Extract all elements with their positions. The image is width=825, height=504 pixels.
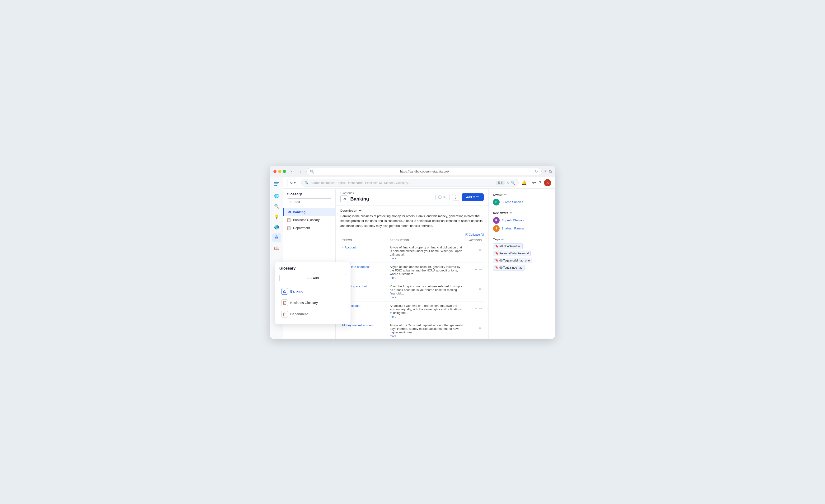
reviewer-name-rupesh[interactable]: Rupesh Chavan xyxy=(502,219,524,222)
reviewer-name-shailesh[interactable]: Shailesh Parmar xyxy=(502,227,524,230)
owner-name[interactable]: Suresh Srinivas xyxy=(502,200,523,204)
edit-term-icon[interactable]: ✏ xyxy=(479,306,482,311)
glossary-add-button[interactable]: + + Add xyxy=(287,198,332,205)
glossary-tooltip: Glossary + + Add 🗂 Banking 📋 Business Gl… xyxy=(275,262,351,324)
browser-actions: + ⧉ xyxy=(544,169,551,174)
search-submit-icon[interactable]: 🔍 xyxy=(511,181,515,185)
search-shortcuts: ⌘ K xyxy=(496,181,505,185)
description-text: Banking is the business of protecting mo… xyxy=(341,214,484,229)
sidebar-book-icon[interactable]: 📖 xyxy=(272,244,281,253)
global-search-input[interactable]: 🔍 Search for Tables, Topics, Dashboards,… xyxy=(301,179,518,186)
help-icon[interactable]: ? xyxy=(539,180,541,185)
description-label: Description ✏ xyxy=(341,209,484,213)
tag-model-tag-one[interactable]: 🔖 dbtTags.model_tag_one xyxy=(493,258,532,263)
term-actions-cell: + ✏ xyxy=(466,301,484,321)
more-link[interactable]: more xyxy=(390,296,464,299)
edit-term-icon[interactable]: ✏ xyxy=(479,287,482,291)
close-traffic-light[interactable] xyxy=(274,170,277,173)
new-tab-icon[interactable]: + xyxy=(544,169,547,174)
term-actions-cell: + ✏ xyxy=(466,262,484,282)
sidebar-lightbulb-icon[interactable]: 💡 xyxy=(272,213,281,222)
description-section: Description ✏ Banking is the business of… xyxy=(335,205,489,231)
term-link-account[interactable]: ▾ Account xyxy=(342,246,386,249)
term-title: 🗂 Banking xyxy=(341,195,369,203)
more-link[interactable]: more xyxy=(390,315,464,319)
add-child-icon[interactable]: + xyxy=(475,306,477,311)
more-link[interactable]: more xyxy=(390,276,464,279)
shortcut-key: ⌘ xyxy=(498,181,500,184)
tooltip-item-banking[interactable]: 🗂 Banking xyxy=(279,286,346,297)
sidebar-search-icon[interactable]: 🔍 xyxy=(272,202,281,211)
reviewer-avatar-r: R xyxy=(493,217,500,224)
user-avatar[interactable]: A xyxy=(544,179,551,186)
term-desc-cell: An account with two or more owners that … xyxy=(388,301,466,321)
col-description: DESCRIPTION xyxy=(388,237,466,243)
term-actions-cell: + ✏ xyxy=(466,282,484,301)
tooltip-item-business[interactable]: 📋 Business Glossary xyxy=(279,297,346,309)
col-actions: ACTIONS xyxy=(466,237,484,243)
minimize-traffic-light[interactable] xyxy=(278,170,281,173)
search-filter-button[interactable]: All ▾ xyxy=(287,180,298,186)
forward-button[interactable]: › xyxy=(297,168,304,175)
maximize-traffic-light[interactable] xyxy=(283,170,286,173)
address-bar[interactable]: 🔍 https://sandbox.open-metadata.org/ ↻ xyxy=(306,168,542,175)
sidebar-glossary-icon[interactable]: 🏛 xyxy=(272,233,281,242)
tag-pii[interactable]: 🔖 PII.NonSensitive xyxy=(493,243,523,249)
tag-icon: 🔖 xyxy=(495,266,499,269)
search-close-icon[interactable]: ✕ xyxy=(507,181,509,185)
tag-personal[interactable]: 🔖 PersonalData.Personal xyxy=(493,251,531,256)
tooltip-add-button[interactable]: + + Add xyxy=(279,274,346,282)
add-child-icon[interactable]: + xyxy=(475,248,477,252)
term-actions-cell: + ✏ xyxy=(466,321,484,338)
add-child-icon[interactable]: + xyxy=(475,287,477,291)
tags-edit-icon[interactable]: ✏ xyxy=(501,238,504,241)
glossary-item-banking[interactable]: 🗂 Banking xyxy=(283,208,335,216)
term-desc-cell: Your checking account, sometimes referre… xyxy=(388,282,466,301)
more-options-button[interactable]: ⋮ xyxy=(452,194,459,201)
sidebar-explore-icon[interactable]: 🌐 xyxy=(272,191,281,200)
glossary-add-plus-icon: + xyxy=(289,200,291,203)
browser-controls: ‹ › 🔍 https://sandbox.open-metadata.org/… xyxy=(274,168,551,175)
back-button[interactable]: ‹ xyxy=(288,168,295,175)
tooltip-item-department[interactable]: 📋 Department xyxy=(279,309,346,320)
table-row: Certificate of deposit A type of time de… xyxy=(341,262,484,282)
description-edit-icon[interactable]: ✏ xyxy=(359,209,362,213)
reviewer-item-rupesh: R Rupesh Chavan xyxy=(493,217,551,224)
logo-bar-1 xyxy=(274,182,279,183)
tab-icon[interactable]: ⧉ xyxy=(549,169,551,174)
reload-icon[interactable]: ↻ xyxy=(535,169,538,174)
tooltip-department-icon: 📋 xyxy=(281,311,288,318)
tag-list: 🔖 PII.NonSensitive 🔖 PersonalData.Person… xyxy=(493,243,551,270)
tooltip-banking-icon: 🗂 xyxy=(281,288,288,295)
tag-singe-tag[interactable]: 🔖 dbtTags.singe_tag xyxy=(493,265,525,270)
sidebar-globe-icon[interactable]: 🌏 xyxy=(272,223,281,232)
add-child-icon[interactable]: + xyxy=(475,326,477,330)
more-link[interactable]: more xyxy=(390,335,464,338)
add-term-button[interactable]: Add term xyxy=(462,193,484,201)
version-badge: 🕐 0.5 xyxy=(435,194,450,200)
reviewers-edit-icon[interactable]: ✏ xyxy=(510,211,512,215)
edit-term-icon[interactable]: ✏ xyxy=(479,326,482,330)
search-magnifier-icon: 🔍 xyxy=(305,181,309,185)
app-logo xyxy=(273,180,281,188)
term-desc-cell: A type of financial property or financia… xyxy=(388,243,466,262)
more-link[interactable]: more xyxy=(390,257,464,260)
top-bar-right: 🔔 EN ▾ ? A xyxy=(521,179,551,186)
shortcut-k: K xyxy=(501,181,503,184)
term-desc-cell: A type of FDIC-insured deposit account t… xyxy=(388,321,466,338)
table-header-row: TERMS DESCRIPTION ACTIONS xyxy=(341,237,484,243)
edit-term-icon[interactable]: ✏ xyxy=(479,267,482,272)
reviewers-section: Reviewers ✏ R Rupesh Chavan S Shailesh P… xyxy=(493,211,551,232)
language-button[interactable]: EN ▾ xyxy=(529,181,536,185)
collapse-all-button[interactable]: ⇱ Collapse All xyxy=(465,233,484,236)
business-glossary-icon: 📋 xyxy=(287,218,291,222)
filter-label: All xyxy=(290,181,293,185)
owner-avatar: S xyxy=(493,199,500,205)
edit-term-icon[interactable]: ✏ xyxy=(479,248,482,252)
address-search-icon: 🔍 xyxy=(310,170,314,173)
glossary-item-business[interactable]: 📋 Business Glossary xyxy=(283,216,335,224)
owner-edit-icon[interactable]: ✏ xyxy=(504,193,507,196)
glossary-item-department[interactable]: 📋 Department xyxy=(283,224,335,232)
add-child-icon[interactable]: + xyxy=(475,267,477,272)
notifications-icon[interactable]: 🔔 xyxy=(521,180,527,185)
